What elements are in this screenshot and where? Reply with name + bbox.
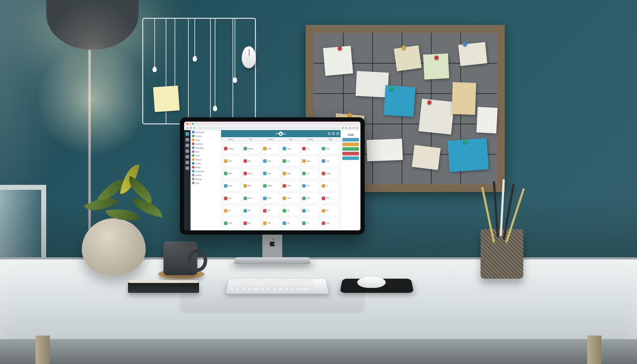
card[interactable]: Risk [321,193,339,204]
sidebar-item[interactable]: Archive [191,173,221,177]
settings-icon[interactable] [186,166,189,170]
card[interactable]: Bug [242,156,261,167]
card[interactable]: Spec [301,156,319,167]
column-header[interactable]: Priority [301,137,321,141]
sidebar-item[interactable]: Files [191,150,221,154]
card[interactable]: Pin [321,205,339,216]
card-grid[interactable]: DesignReviewDraftSyncFixShipPlanBugMeetT… [221,141,341,230]
card[interactable]: Est [223,205,241,216]
sidebar-item[interactable]: Clients [191,161,221,165]
sidebar-item[interactable]: Calendar [191,142,221,146]
search-icon[interactable] [328,132,331,135]
card[interactable]: Info [282,218,300,229]
card[interactable]: Todo [282,193,300,204]
card[interactable]: Design [223,143,241,154]
filter-chip[interactable] [342,143,359,146]
filter-chip[interactable] [342,147,359,151]
card[interactable]: Call [321,156,339,167]
card[interactable]: Sync [282,143,300,154]
card[interactable]: Wait [262,218,280,229]
sidebar-item[interactable]: Integrations [191,169,221,173]
card[interactable]: Note [262,168,280,179]
chat-icon[interactable] [186,138,189,141]
card[interactable]: Edit [242,181,261,192]
sidebar-item[interactable]: Settings [191,177,221,181]
column-header[interactable]: Status [221,137,241,141]
card[interactable]: QA [301,168,319,179]
column-header[interactable]: Due [281,137,301,141]
card[interactable]: Docs [223,181,241,192]
extension-icon[interactable] [353,127,355,129]
files-icon[interactable] [186,149,189,153]
card[interactable]: UI [321,181,339,192]
column-header[interactable]: Title [241,137,261,141]
filter-chip[interactable] [342,152,359,155]
card-title: Bug [248,160,251,162]
extension-icon[interactable] [342,127,344,129]
extension-icon[interactable] [346,127,348,129]
push-pin-icon [463,42,467,46]
card[interactable]: Draft [262,143,280,154]
card[interactable]: Fail [242,218,261,229]
extension-icon[interactable] [349,127,351,129]
app-logo-icon[interactable]: ◆ [279,132,283,136]
column-header[interactable]: Owner [261,137,281,141]
window-close-icon[interactable] [186,123,188,125]
card[interactable]: Crit [262,205,280,216]
browser-toolbar[interactable] [184,126,360,130]
card[interactable]: Done [242,193,261,204]
filter-chip[interactable] [342,138,359,141]
card[interactable]: Ops [223,193,241,204]
card[interactable]: Ship [321,143,339,154]
sidebar-item[interactable]: Dashboard [191,130,221,134]
card[interactable]: Stop [321,218,339,229]
card[interactable]: Build [223,168,241,179]
status-badge [302,147,306,150]
bell-icon[interactable] [332,132,335,135]
card[interactable]: API [301,181,319,192]
avatar[interactable] [336,132,339,135]
card[interactable]: Review [242,143,261,154]
card[interactable]: Pass [223,218,241,229]
card[interactable]: Log [301,205,319,216]
sidebar-item-label: Reports [196,159,202,161]
sidebar-item[interactable]: Tasks [191,138,221,142]
card[interactable]: Ping [262,193,280,204]
browser-tab-strip[interactable] [184,122,360,126]
status-badge [224,159,228,163]
apps-icon[interactable] [186,161,189,164]
home-icon[interactable] [186,132,189,136]
card[interactable]: Alert [282,181,300,192]
pinned-note [384,85,416,117]
filter-chip[interactable] [342,156,359,160]
column-header[interactable]: Tags [321,137,341,141]
card[interactable]: Go [301,218,319,229]
card[interactable]: Fix [301,143,319,154]
status-badge [283,209,286,213]
sidebar-item[interactable]: Help [191,181,221,185]
card[interactable]: Test [282,156,300,167]
card[interactable]: Block [242,168,261,179]
tasks-icon[interactable] [186,155,189,159]
sidebar-item[interactable]: Messages [191,146,221,150]
card[interactable]: Idea [282,168,300,179]
address-bar[interactable] [197,127,341,129]
window-minimize-icon[interactable] [189,123,191,125]
card[interactable]: Task [301,193,319,204]
card[interactable]: OK [282,205,300,216]
calendar-icon[interactable] [186,144,189,147]
window-maximize-icon[interactable] [192,123,194,125]
back-icon[interactable] [186,127,188,129]
card[interactable]: Ref [242,205,261,216]
card[interactable]: Merge [262,181,280,192]
card[interactable]: Hotfix [321,168,339,179]
card[interactable]: Meet [262,156,280,167]
card[interactable]: Plan [223,156,241,167]
reload-icon[interactable] [193,127,196,129]
menu-icon[interactable] [356,127,358,129]
sidebar-item[interactable]: Billing [191,165,221,169]
sidebar-item[interactable]: Projects [191,134,221,138]
sidebar-item[interactable]: Team [191,154,221,157]
forward-icon[interactable] [190,127,192,129]
sidebar-item[interactable]: Reports [191,157,221,161]
